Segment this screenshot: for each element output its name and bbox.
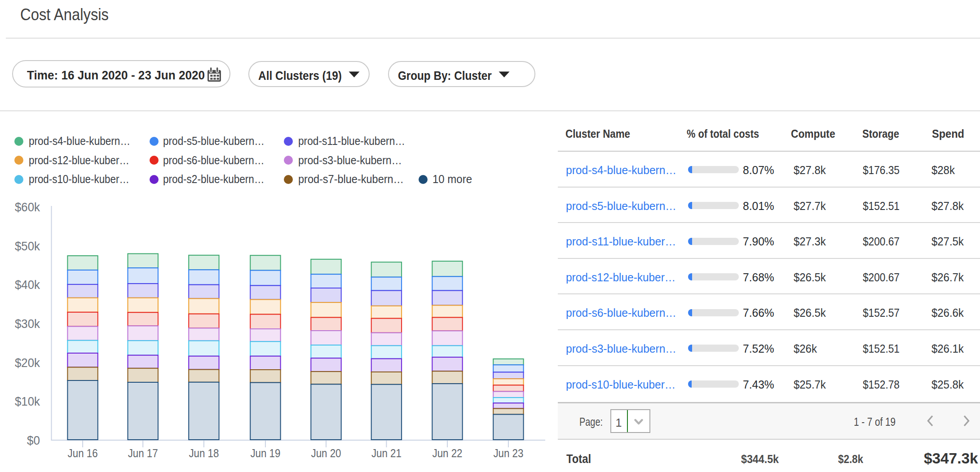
svg-text:$40k: $40k	[15, 278, 40, 292]
svg-text:Jun 20: Jun 20	[311, 446, 341, 460]
svg-text:$0: $0	[27, 434, 40, 447]
svg-text:Jun 23: Jun 23	[493, 446, 523, 460]
svg-text:Jun 16: Jun 16	[68, 446, 98, 460]
svg-text:Jun 19: Jun 19	[250, 446, 280, 460]
svg-text:$60k: $60k	[15, 201, 40, 214]
svg-text:$20k: $20k	[15, 356, 40, 370]
svg-text:$30k: $30k	[15, 317, 40, 331]
svg-text:$50k: $50k	[15, 240, 40, 253]
svg-text:$10k: $10k	[15, 395, 40, 408]
svg-text:Jun 17: Jun 17	[128, 446, 158, 460]
svg-text:Jun 21: Jun 21	[371, 446, 402, 460]
svg-text:Jun 18: Jun 18	[189, 446, 219, 460]
svg-text:Jun 22: Jun 22	[433, 446, 463, 460]
